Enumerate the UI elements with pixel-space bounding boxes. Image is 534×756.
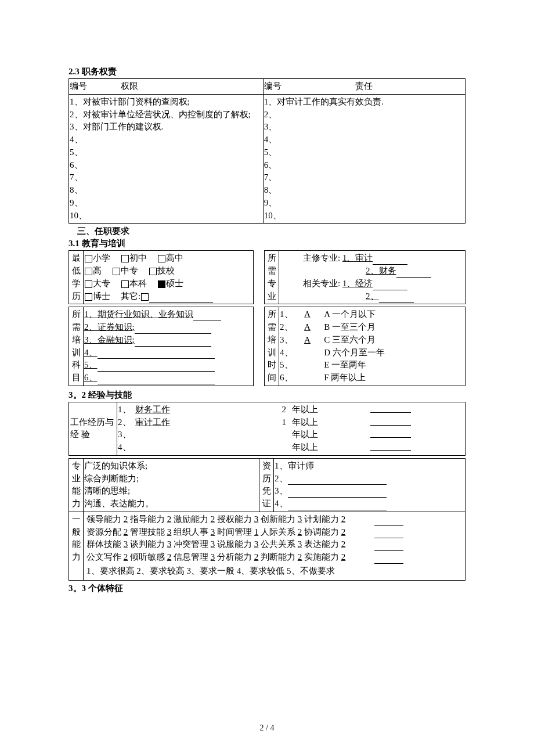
list-item: 3、对部门工作的建议权. bbox=[70, 121, 262, 134]
time-option: B 一至三个月 bbox=[324, 322, 376, 332]
edu-option: 博士 bbox=[93, 291, 110, 301]
ability-score: 2 bbox=[341, 552, 346, 561]
checkbox-icon[interactable] bbox=[158, 255, 165, 262]
sec31-major-cell: 主修专业: 1、审计2、财务相关专业: 1、经济2、 bbox=[279, 251, 466, 304]
work-suffix: 年以上 bbox=[292, 429, 318, 441]
ability-name: 信息管理 bbox=[174, 552, 208, 561]
time-option: C 三至六个月 bbox=[324, 335, 376, 344]
blank-line[interactable] bbox=[370, 429, 411, 438]
blank-line[interactable] bbox=[288, 476, 387, 485]
list-item: 3、 bbox=[264, 121, 464, 134]
ability-score: 3 bbox=[167, 527, 172, 537]
ability-score: 2 bbox=[124, 552, 128, 561]
sec31-train-table: 所需培训科目 1、期货行业知识、业务知识2、证券知识;3、金融知识;4、5、6、… bbox=[68, 307, 466, 386]
checkbox-icon[interactable] bbox=[85, 280, 92, 288]
sec33-title: 3。3 个体特征 bbox=[68, 583, 466, 594]
sec23-title: 2.3 职务权责 bbox=[68, 66, 466, 77]
time-num: 3、 bbox=[280, 335, 293, 344]
pro-item: 沟通、表达能力。 bbox=[84, 498, 258, 510]
sec31-edu-table: 最低学历 小学初中高中高中专技校大专本科硕士博士其它: 所需专业 主修专业: 1… bbox=[68, 250, 466, 304]
checkbox-icon[interactable] bbox=[113, 268, 120, 275]
list-item: 6、 bbox=[70, 159, 262, 172]
blank-line[interactable] bbox=[374, 542, 403, 551]
ability-score: 2 bbox=[298, 552, 302, 561]
blank-line[interactable] bbox=[370, 416, 411, 426]
blank-line[interactable] bbox=[149, 293, 213, 303]
ability-name: 授权能力 bbox=[217, 514, 252, 524]
checkbox-icon[interactable] bbox=[149, 268, 157, 275]
blank-line[interactable] bbox=[288, 501, 387, 510]
checkbox-icon[interactable] bbox=[158, 280, 165, 288]
ability-score: 2 bbox=[341, 539, 346, 549]
list-item: 1、对被审计部门资料的查阅权; bbox=[70, 96, 262, 109]
time-selection[interactable]: A bbox=[293, 321, 322, 334]
pro-item: 综合判断能力; bbox=[84, 473, 258, 485]
train-item: 3、金融知识; bbox=[84, 335, 135, 344]
cert-item: 4、 bbox=[275, 499, 288, 508]
ability-score: 3 bbox=[124, 539, 128, 549]
blank-line[interactable] bbox=[374, 517, 403, 526]
blank-line[interactable] bbox=[288, 488, 387, 498]
work-suffix: 年以上 bbox=[292, 404, 318, 416]
edu-option: 其它: bbox=[121, 291, 140, 301]
pro-label: 专业能力 bbox=[70, 460, 82, 510]
sec23-right-h2: 责任 bbox=[355, 81, 373, 91]
cert-item: 2、 bbox=[275, 474, 288, 483]
sec31-train-cell: 1、期货行业知识、业务知识2、证券知识;3、金融知识;4、5、6、 bbox=[84, 307, 254, 386]
time-num: 1、 bbox=[280, 309, 293, 319]
list-item: 6、 bbox=[264, 159, 464, 172]
blank-line[interactable] bbox=[370, 441, 411, 451]
work-years bbox=[263, 429, 292, 441]
sec32-pro-table: 专业能力 广泛的知识体系;综合判断能力;清晰的思维;沟通、表达能力。 资历凭证 … bbox=[68, 458, 466, 512]
blank-line[interactable] bbox=[374, 555, 403, 564]
work-name bbox=[135, 429, 263, 441]
list-item: 9、 bbox=[70, 197, 262, 210]
ability-name: 表达能力 bbox=[304, 539, 339, 549]
ability-name: 倾听敏感 bbox=[130, 552, 165, 561]
checkbox-icon[interactable] bbox=[121, 255, 129, 262]
time-selection[interactable]: A bbox=[293, 334, 322, 347]
ability-score: 2 bbox=[167, 552, 172, 561]
checkbox-icon[interactable] bbox=[141, 293, 149, 301]
train-item: 6、 bbox=[84, 373, 98, 382]
list-item: 9、 bbox=[264, 197, 464, 210]
list-item: 4、 bbox=[70, 134, 262, 146]
checkbox-icon[interactable] bbox=[85, 293, 92, 301]
work-num: 1、 bbox=[118, 404, 135, 416]
edu-option: 硕士 bbox=[166, 279, 183, 288]
sec31-title: 3.1 教育与培训 bbox=[68, 238, 466, 249]
cert-label: 资历凭证 bbox=[260, 460, 273, 510]
ability-name: 计划能力 bbox=[304, 514, 339, 524]
sec32-gen-cell: 领导能力 2 指导能力 2 激励能力 2 授权能力 3 创新能力 3 计划能力 … bbox=[84, 513, 464, 564]
time-num: 4、 bbox=[280, 348, 293, 357]
checkbox-icon[interactable] bbox=[121, 280, 129, 288]
ability-score: 3 bbox=[254, 539, 259, 549]
edu-option: 初中 bbox=[129, 253, 147, 262]
sec23-right-cell: 1、对审计工作的真实有效负责.2、3、4、5、6、7、8、9、10、 bbox=[263, 94, 465, 224]
ability-name: 管理技能 bbox=[130, 527, 165, 537]
ability-name: 谈判能力 bbox=[130, 539, 165, 549]
ability-name: 公共关系 bbox=[261, 539, 295, 549]
time-option: F 两年以上 bbox=[324, 373, 366, 382]
ability-name: 领导能力 bbox=[86, 514, 121, 524]
time-num: 5、 bbox=[280, 360, 293, 369]
checkbox-icon[interactable] bbox=[85, 268, 92, 275]
ability-score: 3 bbox=[167, 539, 172, 549]
blank-line[interactable] bbox=[374, 529, 403, 538]
gen-label: 一般能力 bbox=[70, 513, 82, 564]
time-selection[interactable]: A bbox=[293, 308, 322, 321]
ability-score: 3 bbox=[211, 527, 215, 537]
gen-scale: 1、要求很高 2、要求较高 3、要求一般 4、要求较低 5、不做要求 bbox=[84, 564, 464, 579]
list-item: 2、 bbox=[264, 109, 464, 121]
work-name: 财务工作 bbox=[135, 404, 263, 416]
checkbox-icon[interactable] bbox=[85, 255, 92, 262]
blank-line[interactable] bbox=[370, 404, 411, 413]
ability-score: 3 bbox=[298, 539, 302, 549]
ability-name: 协调能力 bbox=[304, 527, 339, 537]
ability-name: 实施能力 bbox=[304, 552, 339, 561]
edu-label: 最低学历 bbox=[70, 252, 82, 303]
ability-name: 组织人事 bbox=[174, 527, 208, 537]
list-item: 5、 bbox=[264, 146, 464, 159]
time-option: E 一至两年 bbox=[324, 360, 366, 369]
ability-name: 群体技能 bbox=[86, 539, 121, 549]
